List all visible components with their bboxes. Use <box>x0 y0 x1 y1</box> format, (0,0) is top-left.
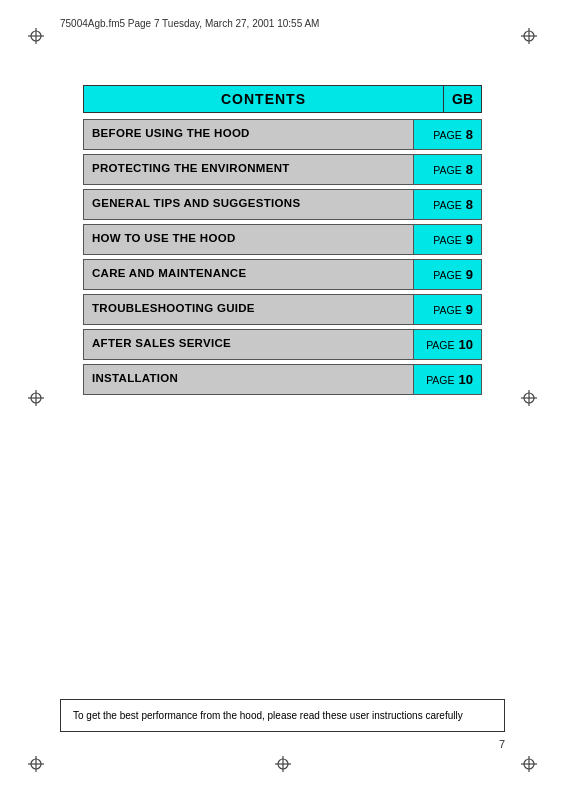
toc-page-number: 10 <box>459 372 473 387</box>
corner-mark-right-mid <box>521 390 537 406</box>
toc-page-word: PAGE <box>426 339 454 351</box>
toc-page-number: 8 <box>466 162 473 177</box>
toc-row: AFTER SALES SERVICEPAGE10 <box>83 329 482 360</box>
corner-mark-top-left <box>28 28 44 44</box>
toc-item-label: BEFORE USING THE HOOD <box>84 120 413 149</box>
toc-item-label: AFTER SALES SERVICE <box>84 330 413 359</box>
toc-page-word: PAGE <box>433 304 461 316</box>
toc-page-number: 9 <box>466 267 473 282</box>
toc-page-word: PAGE <box>426 374 454 386</box>
toc-row: TROUBLESHOOTING GUIDEPAGE9 <box>83 294 482 325</box>
toc-page-word: PAGE <box>433 199 461 211</box>
corner-mark-bottom-right <box>521 756 537 772</box>
toc-item-label: GENERAL TIPS AND SUGGESTIONS <box>84 190 413 219</box>
toc-page-word: PAGE <box>433 269 461 281</box>
toc-item-label: PROTECTING THE ENVIRONMENT <box>84 155 413 184</box>
gb-badge: GB <box>443 86 481 112</box>
toc-page-number: 8 <box>466 197 473 212</box>
toc-row: INSTALLATIONPAGE10 <box>83 364 482 395</box>
corner-mark-top-right <box>521 28 537 44</box>
toc-item-page: PAGE8 <box>413 155 481 184</box>
toc-item-page: PAGE9 <box>413 260 481 289</box>
toc-item-page: PAGE10 <box>413 365 481 394</box>
header-text: 75004Agb.fm5 Page 7 Tuesday, March 27, 2… <box>60 18 545 29</box>
contents-title-row: CONTENTS GB <box>83 85 482 113</box>
toc-row: BEFORE USING THE HOODPAGE8 <box>83 119 482 150</box>
toc-item-page: PAGE9 <box>413 225 481 254</box>
toc-row: HOW TO USE THE HOODPAGE9 <box>83 224 482 255</box>
toc-item-label: CARE AND MAINTENANCE <box>84 260 413 289</box>
toc-page-number: 10 <box>459 337 473 352</box>
toc-page-word: PAGE <box>433 129 461 141</box>
toc-item-label: TROUBLESHOOTING GUIDE <box>84 295 413 324</box>
toc-page-number: 8 <box>466 127 473 142</box>
toc-item-page: PAGE8 <box>413 120 481 149</box>
toc-row: PROTECTING THE ENVIRONMENTPAGE8 <box>83 154 482 185</box>
corner-mark-left-mid <box>28 390 44 406</box>
toc-item-label: HOW TO USE THE HOOD <box>84 225 413 254</box>
toc-item-label: INSTALLATION <box>84 365 413 394</box>
toc-item-page: PAGE8 <box>413 190 481 219</box>
toc-row: CARE AND MAINTENANCEPAGE9 <box>83 259 482 290</box>
corner-mark-bottom-left <box>28 756 44 772</box>
page-number: 7 <box>499 738 505 750</box>
contents-title: CONTENTS <box>84 86 443 112</box>
toc-item-page: PAGE9 <box>413 295 481 324</box>
toc-page-word: PAGE <box>433 164 461 176</box>
toc-container: BEFORE USING THE HOODPAGE8PROTECTING THE… <box>83 119 482 395</box>
toc-page-number: 9 <box>466 302 473 317</box>
bottom-note: To get the best performance from the hoo… <box>60 699 505 732</box>
main-content: CONTENTS GB BEFORE USING THE HOODPAGE8PR… <box>83 85 482 399</box>
toc-item-page: PAGE10 <box>413 330 481 359</box>
toc-page-number: 9 <box>466 232 473 247</box>
page: 75004Agb.fm5 Page 7 Tuesday, March 27, 2… <box>0 0 565 800</box>
toc-row: GENERAL TIPS AND SUGGESTIONSPAGE8 <box>83 189 482 220</box>
toc-page-word: PAGE <box>433 234 461 246</box>
corner-mark-bottom-center <box>275 756 291 772</box>
